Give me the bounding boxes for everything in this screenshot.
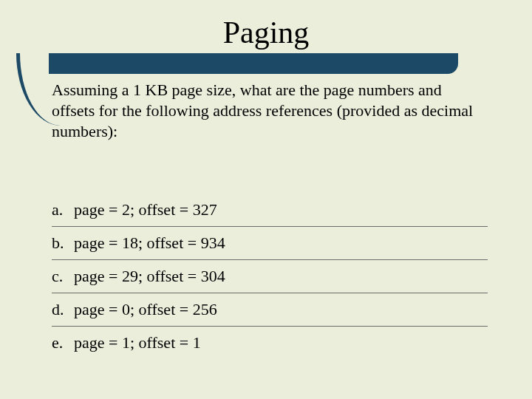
list-item: c. page = 29; offset = 304 bbox=[52, 260, 488, 293]
intro-text: Assuming a 1 KB page size, what are the … bbox=[52, 80, 488, 142]
list-marker: b. bbox=[52, 233, 74, 253]
list-marker: c. bbox=[52, 267, 74, 286]
list-item: d. page = 0; offset = 256 bbox=[52, 293, 488, 327]
list-text: page = 0; offset = 256 bbox=[74, 300, 217, 319]
list-marker: a. bbox=[52, 200, 74, 219]
list-item: a. page = 2; offset = 327 bbox=[52, 194, 488, 227]
title-decor-band bbox=[49, 53, 458, 74]
list-item: e. page = 1; offset = 1 bbox=[52, 327, 488, 359]
list-item: b. page = 18; offset = 934 bbox=[52, 227, 488, 260]
list-marker: e. bbox=[52, 333, 74, 352]
slide: Paging Assuming a 1 KB page size, what a… bbox=[0, 0, 532, 399]
list-text: page = 18; offset = 934 bbox=[74, 233, 225, 253]
list-marker: d. bbox=[52, 300, 74, 319]
title-area: Paging bbox=[0, 15, 532, 50]
list-text: page = 2; offset = 327 bbox=[74, 200, 217, 219]
slide-title: Paging bbox=[223, 16, 310, 50]
answer-list: a. page = 2; offset = 327 b. page = 18; … bbox=[52, 194, 488, 359]
list-text: page = 29; offset = 304 bbox=[74, 267, 225, 286]
list-text: page = 1; offset = 1 bbox=[74, 333, 201, 352]
